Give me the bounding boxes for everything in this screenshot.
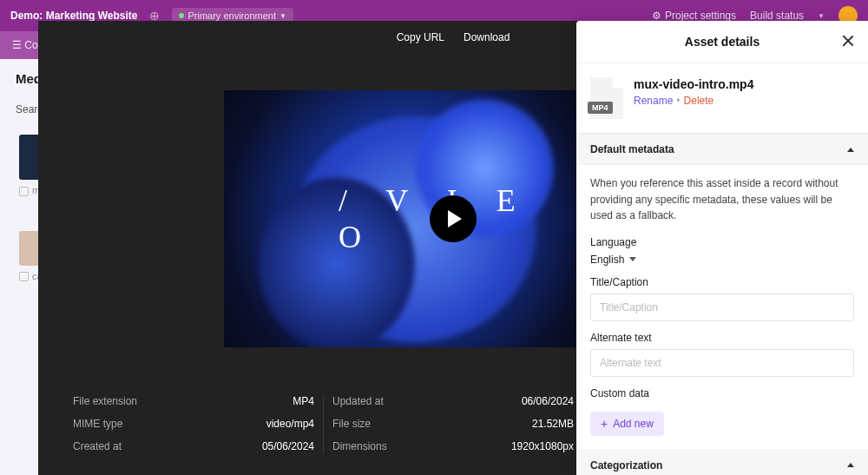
alternate-text-input[interactable]: [590, 349, 854, 377]
panel-title: Asset details: [685, 35, 760, 49]
language-selector[interactable]: English: [590, 254, 854, 266]
meta-key: MIME type: [73, 418, 122, 430]
chevron-up-icon: [847, 463, 854, 467]
chevron-up-icon: [847, 148, 854, 152]
section-title: Categorization: [590, 459, 662, 472]
language-label: Language: [590, 236, 854, 248]
asset-file-name: mux-video-intro.mp4: [634, 77, 753, 91]
meta-key: File extension: [73, 395, 137, 407]
meta-value: 05/06/2024: [262, 440, 314, 452]
close-icon[interactable]: [840, 33, 856, 49]
env-status-dot: [179, 13, 184, 18]
meta-value: video/mp4: [266, 418, 314, 430]
copy-url-button[interactable]: Copy URL: [397, 31, 444, 43]
panel-header: Asset details: [576, 21, 868, 63]
meta-key: Created at: [73, 440, 122, 452]
meta-value: 1920x1080px: [511, 440, 574, 452]
title-caption-input[interactable]: [590, 294, 854, 321]
custom-data-label: Custom data: [590, 387, 854, 399]
select-checkbox[interactable]: [19, 187, 29, 196]
rename-link[interactable]: Rename: [634, 95, 673, 107]
select-checkbox[interactable]: [19, 272, 29, 281]
alternate-text-label: Alternate text: [590, 332, 854, 344]
language-value: English: [590, 254, 624, 266]
gear-icon: ⚙: [652, 10, 661, 22]
file-icon: MP4: [590, 77, 623, 119]
meta-key: File size: [332, 418, 371, 430]
chevron-down-icon: [629, 257, 636, 261]
environment-label: Primary environment: [187, 10, 275, 21]
asset-header: MP4 mux-video-intro.mp4 Rename•Delete: [576, 63, 868, 134]
section-hint: When you reference this asset inside a r…: [590, 175, 854, 224]
play-button[interactable]: [430, 195, 477, 242]
plus-icon: +: [601, 418, 608, 430]
add-new-button[interactable]: +Add new: [590, 412, 664, 436]
project-settings-link[interactable]: ⚙Project settings: [652, 10, 736, 22]
download-button[interactable]: Download: [464, 31, 510, 43]
section-title: Default metadata: [590, 143, 674, 155]
section-default-metadata-body: When you reference this asset inside a r…: [576, 165, 868, 450]
section-categorization-header[interactable]: Categorization: [576, 450, 868, 475]
delete-link[interactable]: Delete: [684, 95, 714, 107]
meta-key: Updated at: [332, 395, 384, 407]
meta-value: MP4: [293, 395, 314, 407]
meta-key: Dimensions: [332, 440, 387, 452]
project-name: Demo: Marketing Website: [10, 10, 137, 22]
section-default-metadata-header[interactable]: Default metadata: [576, 134, 868, 165]
file-badge: MP4: [588, 102, 613, 114]
asset-details-panel: Asset details MP4 mux-video-intro.mp4 Re…: [576, 21, 868, 475]
title-caption-label: Title/Caption: [590, 276, 854, 288]
meta-value: 21.52MB: [532, 418, 574, 430]
build-status-link[interactable]: Build status: [750, 10, 804, 22]
meta-value: 06/06/2024: [522, 395, 574, 407]
